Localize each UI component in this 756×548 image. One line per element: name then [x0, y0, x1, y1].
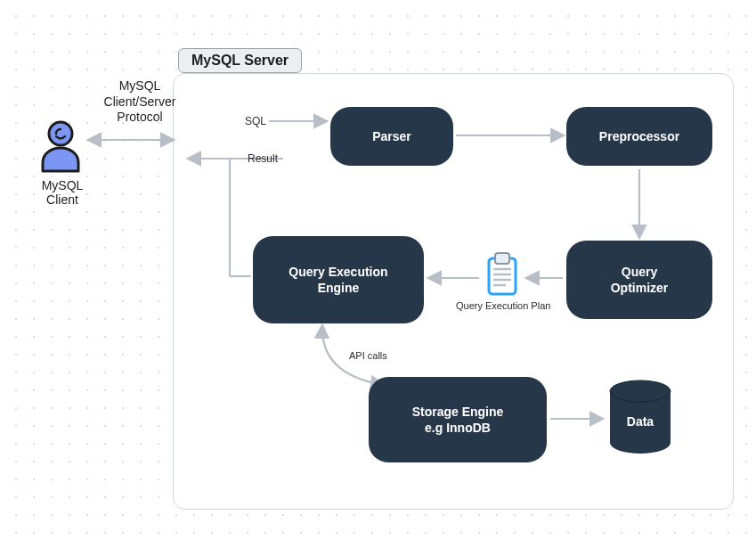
protocol-label: MySQL Client/Server Protocol: [100, 78, 180, 126]
node-query-optimizer-label1: Query: [622, 264, 657, 280]
node-preprocessor-label: Preprocessor: [599, 128, 679, 144]
edge-label-sql: SQL: [245, 115, 266, 127]
svg-point-0: [49, 122, 72, 145]
node-storage-label1: Storage Engine: [412, 404, 504, 420]
diagram-canvas: MySQL Server MySQL Client MySQL Client/S…: [0, 0, 756, 548]
edge-label-qep: Query Execution Plan: [456, 300, 550, 311]
user-icon: [36, 118, 85, 175]
node-parser: Parser: [330, 107, 453, 166]
node-query-optimizer: Query Optimizer: [566, 241, 712, 319]
node-qee-label2: Engine: [318, 280, 360, 296]
node-query-optimizer-label2: Optimizer: [611, 280, 669, 296]
edge-label-result: Result: [248, 152, 278, 165]
node-preprocessor: Preprocessor: [566, 107, 712, 166]
node-storage-label2: e.g InnoDB: [425, 420, 491, 436]
clipboard-icon: [483, 251, 522, 298]
node-parser-label: Parser: [372, 128, 411, 144]
svg-point-9: [610, 432, 671, 454]
client-label: MySQL Client: [27, 178, 98, 207]
svg-rect-2: [495, 253, 509, 264]
server-label: MySQL Server: [178, 48, 302, 73]
node-query-execution-engine: Query Execution Engine: [253, 236, 424, 323]
node-qee-label1: Query Execution: [289, 264, 387, 280]
node-storage-engine: Storage Engine e.g InnoDB: [369, 377, 547, 462]
data-label: Data: [606, 414, 675, 429]
edge-label-api: API calls: [349, 350, 387, 361]
